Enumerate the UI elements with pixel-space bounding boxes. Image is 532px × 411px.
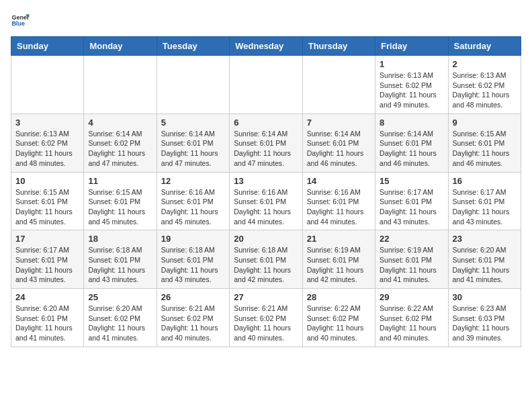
day-info: Sunrise: 6:13 AM Sunset: 6:02 PM Dayligh…	[453, 71, 517, 110]
day-info: Sunrise: 6:20 AM Sunset: 6:01 PM Dayligh…	[453, 245, 517, 285]
logo-icon: General Blue	[11, 11, 30, 30]
calendar-cell: 1Sunrise: 6:13 AM Sunset: 6:02 PM Daylig…	[375, 56, 448, 114]
day-number: 12	[161, 176, 225, 186]
calendar-cell: 17Sunrise: 6:17 AM Sunset: 6:01 PM Dayli…	[11, 230, 84, 289]
logo: General Blue	[11, 11, 32, 30]
day-number: 27	[234, 292, 298, 302]
day-info: Sunrise: 6:14 AM Sunset: 6:01 PM Dayligh…	[307, 129, 371, 169]
calendar-cell: 14Sunrise: 6:16 AM Sunset: 6:01 PM Dayli…	[302, 172, 375, 230]
page-header: General Blue	[11, 11, 521, 30]
calendar-week-5: 24Sunrise: 6:20 AM Sunset: 6:01 PM Dayli…	[11, 289, 521, 347]
weekday-header-row: SundayMondayTuesdayWednesdayThursdayFrid…	[11, 37, 521, 56]
day-info: Sunrise: 6:18 AM Sunset: 6:01 PM Dayligh…	[161, 245, 225, 285]
day-number: 28	[307, 292, 371, 302]
day-info: Sunrise: 6:14 AM Sunset: 6:02 PM Dayligh…	[88, 129, 152, 169]
calendar-cell: 30Sunrise: 6:23 AM Sunset: 6:03 PM Dayli…	[448, 289, 521, 347]
calendar-cell: 11Sunrise: 6:15 AM Sunset: 6:01 PM Dayli…	[84, 172, 157, 230]
day-info: Sunrise: 6:15 AM Sunset: 6:01 PM Dayligh…	[88, 187, 152, 227]
calendar-cell: 21Sunrise: 6:19 AM Sunset: 6:01 PM Dayli…	[302, 230, 375, 289]
day-number: 19	[161, 234, 225, 244]
day-info: Sunrise: 6:16 AM Sunset: 6:01 PM Dayligh…	[307, 187, 371, 227]
day-number: 16	[453, 176, 517, 186]
calendar-cell: 23Sunrise: 6:20 AM Sunset: 6:01 PM Dayli…	[448, 230, 521, 289]
day-number: 22	[380, 234, 443, 244]
calendar-cell: 16Sunrise: 6:17 AM Sunset: 6:01 PM Dayli…	[448, 172, 521, 230]
day-number: 10	[15, 176, 79, 186]
calendar-cell: 29Sunrise: 6:22 AM Sunset: 6:02 PM Dayli…	[375, 289, 448, 347]
calendar-cell: 24Sunrise: 6:20 AM Sunset: 6:01 PM Dayli…	[11, 289, 84, 347]
day-number: 26	[161, 292, 225, 302]
day-info: Sunrise: 6:17 AM Sunset: 6:01 PM Dayligh…	[453, 187, 517, 227]
calendar-cell: 7Sunrise: 6:14 AM Sunset: 6:01 PM Daylig…	[302, 113, 375, 172]
calendar-cell: 10Sunrise: 6:15 AM Sunset: 6:01 PM Dayli…	[11, 172, 84, 230]
day-number: 25	[88, 292, 152, 302]
day-info: Sunrise: 6:16 AM Sunset: 6:01 PM Dayligh…	[161, 187, 225, 227]
day-info: Sunrise: 6:13 AM Sunset: 6:02 PM Dayligh…	[15, 129, 79, 169]
day-number: 20	[234, 234, 298, 244]
weekday-header-friday: Friday	[375, 37, 448, 56]
calendar-cell: 2Sunrise: 6:13 AM Sunset: 6:02 PM Daylig…	[448, 56, 521, 114]
day-info: Sunrise: 6:20 AM Sunset: 6:02 PM Dayligh…	[88, 304, 152, 343]
day-number: 3	[15, 118, 79, 128]
day-number: 9	[453, 118, 517, 128]
day-number: 14	[307, 176, 371, 186]
day-info: Sunrise: 6:17 AM Sunset: 6:01 PM Dayligh…	[15, 245, 79, 285]
day-number: 23	[453, 234, 517, 244]
calendar-cell: 15Sunrise: 6:17 AM Sunset: 6:01 PM Dayli…	[375, 172, 448, 230]
calendar-cell: 28Sunrise: 6:22 AM Sunset: 6:02 PM Dayli…	[302, 289, 375, 347]
calendar-cell: 9Sunrise: 6:15 AM Sunset: 6:01 PM Daylig…	[448, 113, 521, 172]
day-number: 8	[380, 118, 443, 128]
calendar-cell	[157, 56, 229, 114]
day-info: Sunrise: 6:15 AM Sunset: 6:01 PM Dayligh…	[453, 129, 517, 169]
weekday-header-sunday: Sunday	[11, 37, 84, 56]
calendar-cell	[11, 56, 84, 114]
calendar-cell	[230, 56, 302, 114]
calendar-cell: 18Sunrise: 6:18 AM Sunset: 6:01 PM Dayli…	[84, 230, 157, 289]
calendar-cell: 8Sunrise: 6:14 AM Sunset: 6:01 PM Daylig…	[375, 113, 448, 172]
day-number: 29	[380, 292, 443, 302]
svg-text:Blue: Blue	[11, 20, 25, 27]
day-number: 5	[161, 118, 225, 128]
day-info: Sunrise: 6:18 AM Sunset: 6:01 PM Dayligh…	[88, 245, 152, 285]
day-info: Sunrise: 6:19 AM Sunset: 6:01 PM Dayligh…	[307, 245, 371, 285]
calendar-week-1: 1Sunrise: 6:13 AM Sunset: 6:02 PM Daylig…	[11, 56, 521, 114]
day-info: Sunrise: 6:22 AM Sunset: 6:02 PM Dayligh…	[307, 304, 371, 343]
day-info: Sunrise: 6:14 AM Sunset: 6:01 PM Dayligh…	[380, 129, 443, 169]
calendar-cell: 5Sunrise: 6:14 AM Sunset: 6:01 PM Daylig…	[157, 113, 229, 172]
weekday-header-thursday: Thursday	[302, 37, 375, 56]
day-number: 2	[453, 59, 517, 69]
day-number: 13	[234, 176, 298, 186]
day-info: Sunrise: 6:14 AM Sunset: 6:01 PM Dayligh…	[234, 129, 298, 169]
day-number: 4	[88, 118, 152, 128]
calendar-cell: 4Sunrise: 6:14 AM Sunset: 6:02 PM Daylig…	[84, 113, 157, 172]
calendar: SundayMondayTuesdayWednesdayThursdayFrid…	[11, 36, 521, 347]
calendar-cell	[84, 56, 157, 114]
calendar-cell: 20Sunrise: 6:18 AM Sunset: 6:01 PM Dayli…	[230, 230, 302, 289]
day-info: Sunrise: 6:21 AM Sunset: 6:02 PM Dayligh…	[234, 304, 298, 343]
day-info: Sunrise: 6:22 AM Sunset: 6:02 PM Dayligh…	[380, 304, 443, 343]
day-info: Sunrise: 6:21 AM Sunset: 6:02 PM Dayligh…	[161, 304, 225, 343]
weekday-header-tuesday: Tuesday	[157, 37, 229, 56]
weekday-header-saturday: Saturday	[448, 37, 521, 56]
calendar-week-4: 17Sunrise: 6:17 AM Sunset: 6:01 PM Dayli…	[11, 230, 521, 289]
day-info: Sunrise: 6:13 AM Sunset: 6:02 PM Dayligh…	[380, 71, 443, 110]
day-number: 21	[307, 234, 371, 244]
calendar-cell: 19Sunrise: 6:18 AM Sunset: 6:01 PM Dayli…	[157, 230, 229, 289]
calendar-cell: 13Sunrise: 6:16 AM Sunset: 6:01 PM Dayli…	[230, 172, 302, 230]
calendar-cell: 12Sunrise: 6:16 AM Sunset: 6:01 PM Dayli…	[157, 172, 229, 230]
day-number: 17	[15, 234, 79, 244]
day-info: Sunrise: 6:20 AM Sunset: 6:01 PM Dayligh…	[15, 304, 79, 343]
day-number: 7	[307, 118, 371, 128]
calendar-week-3: 10Sunrise: 6:15 AM Sunset: 6:01 PM Dayli…	[11, 172, 521, 230]
day-number: 6	[234, 118, 298, 128]
day-info: Sunrise: 6:14 AM Sunset: 6:01 PM Dayligh…	[161, 129, 225, 169]
day-number: 1	[380, 59, 443, 69]
calendar-cell	[302, 56, 375, 114]
calendar-cell: 25Sunrise: 6:20 AM Sunset: 6:02 PM Dayli…	[84, 289, 157, 347]
calendar-cell: 3Sunrise: 6:13 AM Sunset: 6:02 PM Daylig…	[11, 113, 84, 172]
day-info: Sunrise: 6:18 AM Sunset: 6:01 PM Dayligh…	[234, 245, 298, 285]
day-info: Sunrise: 6:15 AM Sunset: 6:01 PM Dayligh…	[15, 187, 79, 227]
day-number: 30	[453, 292, 517, 302]
day-info: Sunrise: 6:17 AM Sunset: 6:01 PM Dayligh…	[380, 187, 443, 227]
calendar-cell: 27Sunrise: 6:21 AM Sunset: 6:02 PM Dayli…	[230, 289, 302, 347]
